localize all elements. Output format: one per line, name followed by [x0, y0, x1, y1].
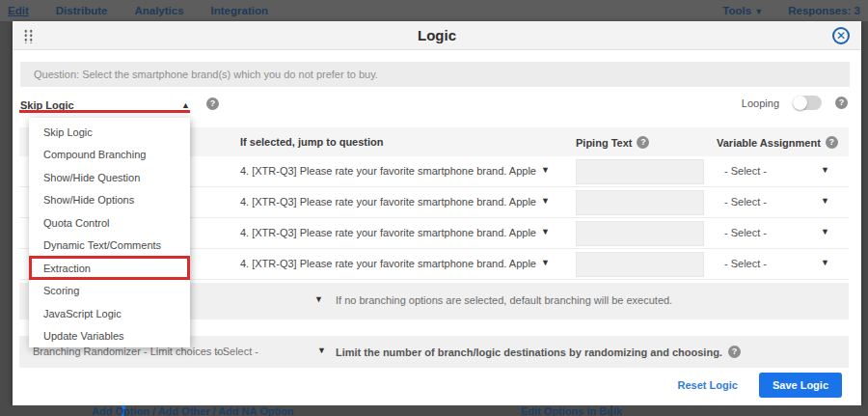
randomizer-hint: Limit the number of branch/logic destina…: [336, 347, 722, 358]
top-navigation-bar: Edit Distribute Analytics Integration To…: [0, 0, 868, 21]
dropdown-item-compound-branching[interactable]: Compound Branching: [29, 144, 190, 167]
tab-integration[interactable]: Integration: [211, 3, 268, 18]
looping-toggle[interactable]: [793, 96, 822, 110]
modal-title: Logic: [13, 27, 861, 43]
nav-tabs: Edit Distribute Analytics Integration: [0, 3, 268, 18]
question-context-bar: Question: Select the smartphone brand(s)…: [20, 62, 850, 87]
save-logic-button[interactable]: Save Logic: [759, 373, 842, 398]
jump-question-select[interactable]: 4. [XTR-Q3] Please rate your favorite sm…: [240, 165, 536, 177]
edit-options-in-bulk-link[interactable]: Edit Options in Bulk: [521, 405, 622, 416]
chevron-down-icon[interactable]: ▼: [314, 294, 323, 304]
chevron-down-icon[interactable]: ▼: [541, 258, 550, 267]
dropdown-item-show-hide-question[interactable]: Show/Hide Question: [29, 166, 190, 189]
dropdown-item-show-hide-options[interactable]: Show/Hide Options: [29, 189, 190, 212]
piping-text-input[interactable]: [576, 159, 704, 184]
column-header-variable: Variable Assignment: [717, 137, 821, 149]
dropdown-item-quota-control[interactable]: Quota Control: [29, 211, 190, 235]
chevron-down-icon[interactable]: ▼: [541, 165, 550, 175]
logic-type-dropdown: Skip Logic Compound Branching Show/Hide …: [29, 118, 190, 347]
close-icon[interactable]: ✕: [832, 27, 850, 44]
toggle-knob: [793, 96, 807, 110]
chevron-down-icon[interactable]: ▼: [821, 196, 829, 206]
dropdown-item-javascript-logic[interactable]: JavaScript Logic: [29, 302, 190, 325]
tab-distribute[interactable]: Distribute: [56, 3, 108, 18]
looping-label: Looping: [742, 97, 779, 109]
responses-count[interactable]: Responses: 3: [788, 5, 860, 16]
chevron-down-icon[interactable]: ▼: [317, 346, 326, 355]
dropdown-item-scoring[interactable]: Scoring: [29, 280, 190, 303]
tab-edit[interactable]: Edit: [8, 3, 29, 18]
variable-help-icon[interactable]: ?: [826, 136, 838, 149]
randomizer-select[interactable]: - Select -: [216, 346, 258, 357]
logic-modal: Logic ✕ Question: Select the smartphone …: [13, 21, 861, 405]
randomizer-help-icon[interactable]: ?: [728, 346, 741, 358]
piping-text-input[interactable]: [576, 190, 704, 215]
jump-question-select[interactable]: 4. [XTR-Q3] Please rate your favorite sm…: [240, 258, 536, 269]
jump-question-select[interactable]: 4. [XTR-Q3] Please rate your favorite sm…: [240, 196, 536, 208]
default-branching-text: If no branching options are selected, de…: [336, 294, 672, 306]
dropdown-item-extraction[interactable]: Extraction: [29, 257, 190, 280]
variable-select[interactable]: - Select -: [724, 196, 767, 208]
chevron-down-icon: ▼: [754, 7, 763, 16]
add-option-links[interactable]: Add Option / Add Other / Add NA Option: [92, 405, 294, 416]
looping-help-icon[interactable]: ?: [835, 97, 848, 109]
chevron-down-icon[interactable]: ▼: [821, 227, 829, 236]
reset-logic-link[interactable]: Reset Logic: [678, 379, 738, 391]
chevron-up-icon: ▲: [181, 100, 190, 110]
piping-text-input[interactable]: [576, 221, 704, 246]
variable-select[interactable]: - Select -: [724, 258, 767, 269]
modal-footer: Reset Logic Save Logic: [678, 373, 842, 398]
column-header-piping: Piping Text: [576, 137, 632, 149]
chevron-down-icon[interactable]: ▼: [541, 227, 550, 236]
tools-label: Tools: [722, 5, 751, 16]
dropdown-item-update-variables[interactable]: Update Variables: [29, 325, 190, 348]
dropdown-item-skip-logic[interactable]: Skip Logic: [29, 121, 190, 144]
modal-header: Logic ✕: [13, 21, 861, 50]
tab-analytics[interactable]: Analytics: [134, 3, 183, 18]
variable-select[interactable]: - Select -: [724, 165, 767, 177]
chevron-down-icon[interactable]: ▼: [541, 196, 550, 206]
jump-question-select[interactable]: 4. [XTR-Q3] Please rate your favorite sm…: [240, 227, 536, 238]
column-header-jump: If selected, jump to question: [240, 136, 384, 148]
tools-menu[interactable]: Tools ▼: [722, 3, 763, 18]
chevron-down-icon[interactable]: ▼: [821, 165, 829, 175]
red-annotation-underline: [19, 110, 190, 113]
dropdown-item-dynamic-text-comments[interactable]: Dynamic Text/Comments: [29, 235, 190, 258]
piping-text-input[interactable]: [576, 252, 704, 277]
chevron-down-icon[interactable]: ▼: [821, 258, 829, 267]
variable-select[interactable]: - Select -: [724, 227, 767, 238]
background-page-strip: Add Option / Add Other / Add NA Option E…: [0, 405, 868, 416]
piping-help-icon[interactable]: ?: [637, 136, 649, 149]
logic-help-icon[interactable]: ?: [206, 97, 219, 110]
